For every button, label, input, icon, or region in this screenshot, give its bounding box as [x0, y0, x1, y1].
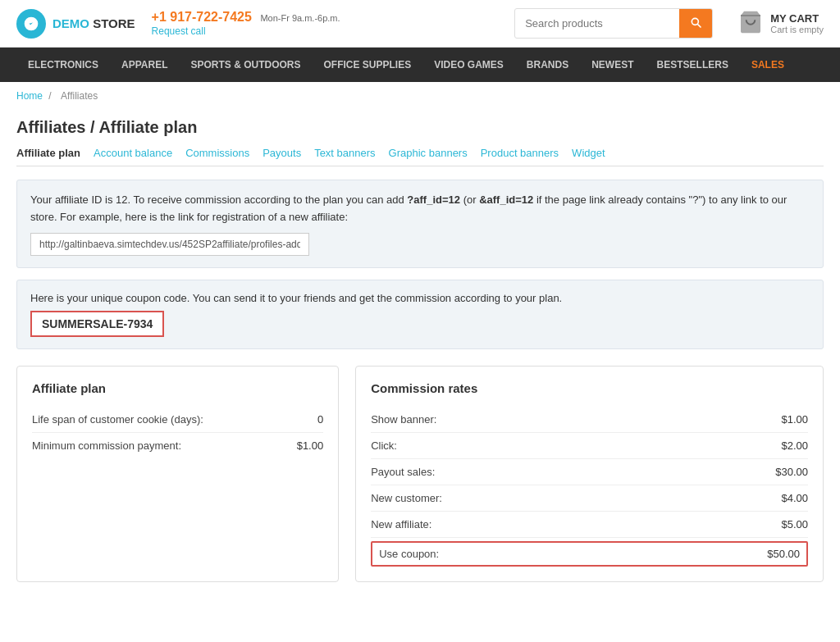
show-banner-label: Show banner: — [371, 413, 436, 426]
contact-info: +1 917-722-7425 Mon-Fr 9a.m.-6p.m. Reque… — [152, 10, 499, 37]
search-bar — [514, 8, 713, 39]
nav-item-sales[interactable]: SALES — [740, 48, 796, 82]
coupon-box: Here is your unique coupon code. You can… — [16, 280, 824, 349]
logo-text: DEMO STORE — [52, 16, 135, 30]
logo: DEMO STORE — [16, 9, 135, 39]
tab-product-banners[interactable]: Product banners — [481, 147, 559, 159]
click-row: Click: $2.00 — [371, 433, 808, 459]
nav-item-bestsellers[interactable]: BESTSELLERS — [646, 48, 740, 82]
tab-nav: Affiliate plan Account balance Commissio… — [16, 147, 824, 166]
min-commission-label: Minimum commission payment: — [32, 439, 181, 452]
breadcrumb-separator: / — [48, 90, 51, 102]
new-customer-value: $4.00 — [781, 492, 808, 504]
use-coupon-value: $50.00 — [767, 548, 800, 560]
click-value: $2.00 — [781, 439, 808, 452]
breadcrumb: Home / Affiliates — [0, 82, 840, 110]
main-content: Affiliates / Affiliate plan Affiliate pl… — [0, 110, 840, 607]
show-banner-row: Show banner: $1.00 — [371, 407, 808, 433]
request-call-link[interactable]: Request call — [152, 25, 206, 37]
tab-payouts[interactable]: Payouts — [262, 147, 301, 159]
affiliate-description: Your affiliate ID is 12. To receive comm… — [30, 192, 810, 226]
payout-sales-label: Payout sales: — [371, 466, 435, 478]
logo-icon — [16, 9, 46, 39]
cards-row: Affiliate plan Life span of customer coo… — [16, 366, 824, 582]
search-button[interactable] — [679, 9, 712, 38]
nav-item-sports[interactable]: SPORTS & OUTDOORS — [179, 48, 312, 82]
page-title: Affiliates / Affiliate plan — [16, 118, 824, 137]
nav-item-videogames[interactable]: VIDEO GAMES — [422, 48, 515, 82]
nav-item-office[interactable]: OFFICE SUPPLIES — [312, 48, 422, 82]
tab-graphic-banners[interactable]: Graphic banners — [389, 147, 468, 159]
coupon-code: SUMMERSALE-7934 — [30, 311, 164, 337]
cart-icon — [737, 9, 764, 35]
commission-rates-title: Commission rates — [371, 381, 808, 395]
coupon-description: Here is your unique coupon code. You can… — [30, 292, 810, 304]
breadcrumb-home[interactable]: Home — [16, 90, 43, 102]
affiliate-info-box: Your affiliate ID is 12. To receive comm… — [16, 180, 824, 268]
commission-rates-card: Commission rates Show banner: $1.00 Clic… — [355, 366, 824, 582]
show-banner-value: $1.00 — [781, 413, 808, 426]
cart-empty-label: Cart is empty — [770, 25, 824, 34]
payout-sales-row: Payout sales: $30.00 — [371, 459, 808, 485]
phone-number: +1 917-722-7425 Mon-Fr 9a.m.-6p.m. — [152, 10, 499, 25]
breadcrumb-current: Affiliates — [61, 90, 98, 102]
tab-widget[interactable]: Widget — [572, 147, 605, 159]
new-customer-label: New customer: — [371, 492, 442, 504]
nav-item-brands[interactable]: BRANDS — [515, 48, 580, 82]
header: DEMO STORE +1 917-722-7425 Mon-Fr 9a.m.-… — [0, 0, 840, 48]
use-coupon-label: Use coupon: — [379, 548, 439, 560]
payout-sales-value: $30.00 — [775, 466, 808, 478]
cart-title: MY CART — [770, 12, 824, 25]
nav-item-apparel[interactable]: APPAREL — [110, 48, 179, 82]
min-commission-row: Minimum commission payment: $1.00 — [32, 433, 323, 458]
cookie-row: Life span of customer cookie (days): 0 — [32, 407, 323, 433]
tab-commissions[interactable]: Commissions — [185, 147, 249, 159]
min-commission-value: $1.00 — [297, 439, 324, 452]
new-affiliate-label: New affiliate: — [371, 518, 431, 530]
use-coupon-row: Use coupon: $50.00 — [371, 541, 808, 567]
tab-account-balance[interactable]: Account balance — [94, 147, 172, 159]
tab-affiliate-plan[interactable]: Affiliate plan — [16, 147, 80, 159]
search-icon — [689, 16, 702, 29]
affiliate-plan-card: Affiliate plan Life span of customer coo… — [16, 366, 339, 582]
new-affiliate-row: New affiliate: $5.00 — [371, 512, 808, 538]
cookie-label: Life span of customer cookie (days): — [32, 413, 203, 426]
nav-item-electronics[interactable]: ELECTRONICS — [16, 48, 110, 82]
cookie-value: 0 — [317, 413, 323, 426]
cart-info: MY CART Cart is empty — [770, 12, 824, 34]
cart-icon-wrap[interactable] — [737, 9, 764, 38]
cart: MY CART Cart is empty — [737, 9, 824, 38]
tab-text-banners[interactable]: Text banners — [314, 147, 375, 159]
affiliate-plan-card-title: Affiliate plan — [32, 381, 323, 395]
main-nav: ELECTRONICS APPAREL SPORTS & OUTDOORS OF… — [0, 48, 840, 82]
affiliate-link-input[interactable] — [30, 233, 309, 256]
search-input[interactable] — [515, 11, 679, 36]
click-label: Click: — [371, 439, 397, 452]
nav-item-newest[interactable]: NEWEST — [580, 48, 645, 82]
new-affiliate-value: $5.00 — [781, 518, 808, 530]
new-customer-row: New customer: $4.00 — [371, 485, 808, 512]
